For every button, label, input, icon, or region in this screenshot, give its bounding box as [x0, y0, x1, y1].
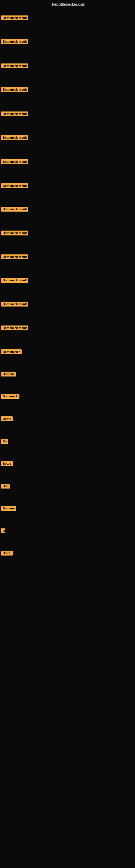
list-item: Bottleneck result	[1, 112, 28, 118]
list-item: Bottleneck result	[1, 87, 28, 93]
list-item: Bottleneck result	[1, 63, 28, 69]
list-item: Bottlene	[1, 372, 16, 378]
bottleneck-badge[interactable]: B	[1, 528, 5, 533]
list-item: Bottleneck result	[1, 159, 28, 165]
list-item: Bottleneck r	[1, 349, 21, 355]
list-item: Bott	[1, 484, 10, 490]
list-item: Bottleneck	[1, 394, 19, 400]
bottleneck-badge[interactable]: Bottleneck	[1, 394, 19, 399]
bottleneck-badge[interactable]: Bottleneck result	[1, 326, 28, 330]
bottleneck-badge[interactable]: Bottle	[1, 416, 13, 421]
bottleneck-badge[interactable]: Bottlene	[1, 506, 16, 511]
list-item: Bottleneck result	[1, 230, 28, 237]
list-item: Bottleneck result	[1, 254, 28, 260]
bottleneck-badge[interactable]: Bottlene	[1, 372, 16, 376]
list-item: Bottleneck result	[1, 278, 28, 284]
bottleneck-badge[interactable]: Bottleneck result	[1, 112, 28, 116]
bottleneck-badge[interactable]: Bottleneck result	[1, 63, 28, 68]
list-item: B	[1, 528, 5, 534]
list-item: Bottle	[1, 551, 13, 557]
bottleneck-badge[interactable]: Bottleneck result	[1, 230, 28, 236]
bottleneck-badge[interactable]: Bo	[1, 439, 8, 444]
bottleneck-badge[interactable]: Bottleneck result	[1, 278, 28, 283]
list-item: Bottleneck result	[1, 207, 28, 213]
list-item: Bottleneck result	[1, 39, 28, 45]
bottleneck-badge[interactable]: Bott	[1, 484, 10, 489]
list-item: Bottle	[1, 461, 13, 467]
page-container: TheBottlenecker.com Bottleneck resultBot…	[0, 0, 135, 868]
list-item: Bottleneck result	[1, 326, 28, 332]
bottleneck-badge[interactable]: Bottleneck result	[1, 254, 28, 259]
bottleneck-badge[interactable]: Bottleneck result	[1, 183, 28, 188]
bottleneck-badge[interactable]: Bottleneck result	[1, 207, 28, 212]
bottleneck-badge[interactable]: Bottle	[1, 461, 13, 466]
bottleneck-badge[interactable]: Bottleneck result	[1, 135, 28, 140]
list-item: Bottleneck result	[1, 183, 28, 189]
bottleneck-badge[interactable]: Bottleneck result	[1, 302, 28, 307]
bottleneck-badge[interactable]: Bottleneck r	[1, 349, 21, 354]
list-item: Bottleneck result	[1, 16, 28, 22]
list-item: Bottleneck result	[1, 302, 28, 308]
list-item: Bottle	[1, 416, 13, 422]
bottleneck-badge[interactable]: Bottleneck result	[1, 39, 28, 44]
list-item: Bottlene	[1, 506, 16, 512]
site-title: TheBottlenecker.com	[0, 0, 135, 8]
bottleneck-badge[interactable]: Bottleneck result	[1, 159, 28, 164]
list-item: Bottleneck result	[1, 135, 28, 141]
bottleneck-badge[interactable]: Bottleneck result	[1, 87, 28, 92]
bottleneck-badge[interactable]: Bottleneck result	[1, 16, 28, 20]
bottleneck-badge[interactable]: Bottle	[1, 551, 13, 556]
list-item: Bo	[1, 439, 8, 445]
